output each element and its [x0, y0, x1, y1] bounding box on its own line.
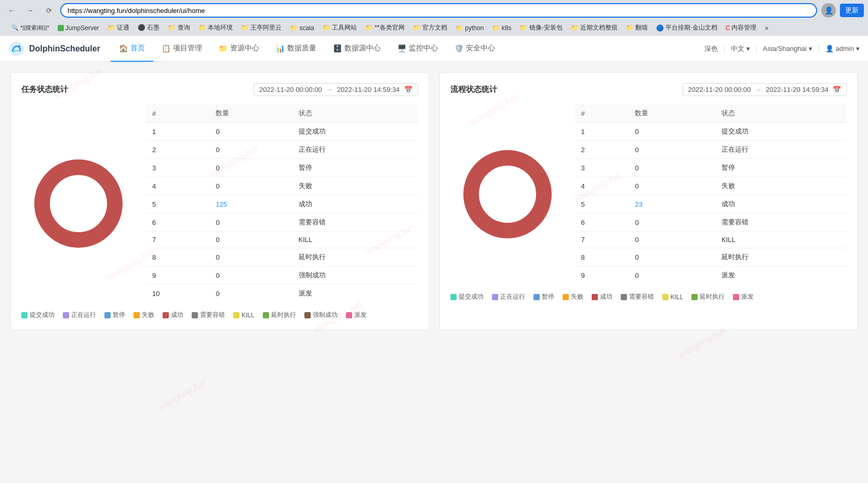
- process-row-count: 0: [629, 159, 715, 177]
- process-chart-area: [450, 104, 565, 284]
- task-row-status: KILL: [292, 232, 418, 248]
- legend-label: 需要容错: [200, 311, 225, 319]
- bookmark-jumpserver[interactable]: JumpServer: [55, 23, 102, 33]
- nav-divider-1: [724, 45, 725, 53]
- bookmark-tools[interactable]: 📁 工具网站: [319, 22, 360, 33]
- table-row: 6 0 需要容错: [575, 213, 847, 232]
- process-table-area: # 数量 状态 1 0 提交成功 2 0 正在运行 3 0 暂停 4 0 失败 …: [575, 104, 847, 284]
- task-row-count: 125: [209, 195, 292, 213]
- bookmark-aliyun[interactable]: 📁 王亭阿里云: [238, 22, 285, 33]
- update-button[interactable]: 更新: [840, 4, 864, 17]
- table-row: 7 0 KILL: [146, 232, 418, 248]
- process-row-status: 提交成功: [715, 123, 847, 141]
- task-row-count: 0: [209, 159, 292, 177]
- bookmark-content[interactable]: C 内容管理: [723, 22, 760, 33]
- nav-divider-2: [756, 45, 757, 53]
- user-menu[interactable]: 👤 admin ▾: [825, 45, 860, 52]
- navigation-bar: DolphinScheduler 🏠 首页 📋 项目管理 📁 资源中心 📊 数据…: [0, 36, 868, 62]
- nav-item-project[interactable]: 📋 项目管理: [153, 36, 210, 62]
- forward-button[interactable]: →: [23, 3, 37, 18]
- bookmark-search[interactable]: 🔍*||搜索|框||*: [8, 23, 52, 33]
- legend-label: 成功: [171, 311, 183, 319]
- process-row-count: 0: [629, 266, 715, 285]
- legend-item: 需要容错: [621, 292, 654, 301]
- process-row-num: 9: [575, 266, 629, 285]
- table-row: 7 0 KILL: [575, 232, 847, 248]
- process-row-count: 0: [629, 177, 715, 195]
- nav-resource-label: 资源中心: [230, 44, 259, 53]
- bookmark-shimo[interactable]: ⚫ 石墨: [135, 22, 163, 33]
- process-row-status: 正在运行: [715, 141, 847, 159]
- task-row-num: 8: [146, 248, 209, 266]
- legend-item: 成功: [163, 311, 183, 319]
- table-row: 8 0 延时执行: [146, 248, 418, 266]
- bookmark-docs[interactable]: 📁 官方文档: [410, 22, 450, 33]
- legend-label: 正在运行: [500, 292, 525, 301]
- nav-item-home[interactable]: 🏠 首页: [111, 36, 153, 62]
- bookmark-platform[interactable]: 🔵 平台排期·金山文档: [653, 22, 720, 33]
- monitor-icon: 🖥️: [397, 44, 406, 52]
- bookmark-vpn[interactable]: 📁 翻墙: [623, 22, 651, 33]
- bookmark-scala[interactable]: 📁 scala: [287, 23, 317, 33]
- task-row-count: 0: [209, 123, 292, 141]
- legend-label: 派发: [741, 292, 754, 301]
- process-panel-header: 流程状态统计 2022-11-20 00:00:00 → 2022-11-20 …: [450, 83, 847, 96]
- process-col-status: 状态: [715, 104, 847, 123]
- timezone-selector[interactable]: Asia/Shanghai ▾: [763, 45, 812, 52]
- legend-item: KILL: [662, 292, 684, 301]
- nav-item-resource[interactable]: 📁 资源中心: [210, 36, 268, 62]
- bookmark-local[interactable]: 📁 本地环境: [195, 22, 236, 33]
- task-panel-body: # 数量 状态 1 0 提交成功 2 0 正在运行 3 0 暂停 4 0 失败 …: [21, 104, 418, 302]
- bookmark-zhentong[interactable]: 📁 证通: [104, 22, 132, 33]
- task-date-range[interactable]: 2022-11-20 00:00:00 → 2022-11-20 14:59:3…: [253, 83, 418, 96]
- nav-item-monitor[interactable]: 🖥️ 监控中心: [389, 36, 446, 62]
- process-date-range[interactable]: 2022-11-20 00:00:00 → 2022-11-20 14:59:3…: [683, 83, 847, 96]
- bookmark-mirror[interactable]: 📁 镜像-安装包: [516, 22, 565, 33]
- svg-point-1: [18, 45, 20, 47]
- process-row-count: 23: [629, 195, 715, 213]
- process-row-num: 7: [575, 232, 629, 248]
- process-row-status: 失败: [715, 177, 847, 195]
- process-row-num: 6: [575, 213, 629, 232]
- bookmark-query[interactable]: 📁 查询: [165, 22, 193, 33]
- nav-monitor-label: 监控中心: [409, 44, 438, 53]
- table-row: 2 0 正在运行: [575, 141, 847, 159]
- legend-item: 延时执行: [691, 292, 725, 301]
- task-table-area: # 数量 状态 1 0 提交成功 2 0 正在运行 3 0 暂停 4 0 失败 …: [146, 104, 418, 302]
- stats-row: 任务状态统计 2022-11-20 00:00:00 → 2022-11-20 …: [10, 72, 858, 330]
- bookmark-more[interactable]: »: [762, 23, 771, 33]
- bookmark-recent[interactable]: 📁 近期文档整痕: [568, 22, 621, 33]
- nav-item-datasource[interactable]: 🗄️ 数据源中心: [325, 36, 389, 62]
- back-button[interactable]: ←: [4, 3, 19, 18]
- legend-label: 提交成功: [30, 311, 55, 319]
- table-row: 4 0 失败: [146, 177, 418, 195]
- theme-selector[interactable]: 深色: [704, 44, 718, 53]
- table-row: 3 0 暂停: [146, 159, 418, 177]
- task-col-status: 状态: [292, 104, 418, 123]
- url-bar[interactable]: [60, 3, 817, 18]
- bookmark-k8s[interactable]: 📁 k8s: [489, 23, 514, 33]
- task-calendar-icon: 📅: [404, 86, 412, 93]
- legend-item: KILL: [233, 311, 255, 319]
- task-panel-header: 任务状态统计 2022-11-20 00:00:00 → 2022-11-20 …: [21, 83, 418, 96]
- nav-item-dataquality[interactable]: 📊 数据质量: [268, 36, 325, 62]
- language-selector[interactable]: 中文 ▾: [731, 44, 750, 53]
- task-col-count: 数量: [209, 104, 292, 123]
- task-row-num: 2: [146, 141, 209, 159]
- bookmark-official[interactable]: 📁 **各类官网: [362, 22, 408, 33]
- process-row-num: 8: [575, 248, 629, 266]
- bookmark-python[interactable]: 📁 python: [452, 23, 487, 33]
- task-col-num: #: [146, 104, 209, 123]
- nav-item-security[interactable]: 🛡️ 安全中心: [446, 36, 503, 62]
- legend-item: 延时执行: [263, 311, 296, 319]
- profile-icon[interactable]: 👤: [821, 3, 836, 18]
- task-date-to: 2022-11-20 14:59:34: [337, 86, 400, 93]
- reload-button[interactable]: ⟳: [42, 3, 56, 18]
- legend-dot: [563, 294, 569, 300]
- svg-point-5: [484, 171, 531, 218]
- task-row-num: 1: [146, 123, 209, 141]
- process-col-num: #: [575, 104, 629, 123]
- language-chevron: ▾: [746, 45, 750, 52]
- process-row-status: KILL: [715, 232, 847, 248]
- process-row-num: 1: [575, 123, 629, 141]
